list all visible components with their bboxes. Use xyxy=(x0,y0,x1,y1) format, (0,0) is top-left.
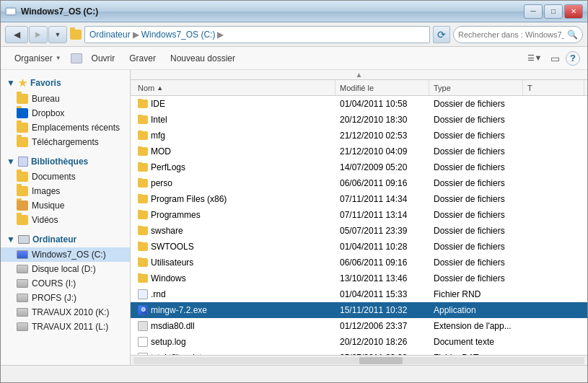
sidebar-section-favoris[interactable]: ▼ ★ Favoris xyxy=(1,74,130,92)
view-list-button[interactable]: ☰▼ xyxy=(525,50,544,67)
sidebar-item-bureau[interactable]: Bureau xyxy=(1,92,130,106)
drive-icon xyxy=(17,294,28,302)
table-row[interactable]: Windows 13/10/2011 13:46 Dossier de fich… xyxy=(131,270,587,286)
table-row[interactable]: Utilisateurs 06/06/2011 09:16 Dossier de… xyxy=(131,255,587,270)
address-go-button[interactable]: ⟳ xyxy=(433,26,450,43)
minimize-button[interactable]: ─ xyxy=(524,4,543,19)
file-name: msdia80.dll xyxy=(133,321,335,331)
file-type: Application xyxy=(429,305,523,315)
path-ordinateur[interactable]: Ordinateur xyxy=(89,30,131,40)
file-list[interactable]: IDE 01/04/2011 10:58 Dossier de fichiers… xyxy=(131,96,587,355)
search-icon: 🔍 xyxy=(567,30,578,40)
sidebar-item-telechargements[interactable]: Téléchargements xyxy=(1,135,130,149)
table-row[interactable]: PerfLogs 14/07/2009 05:20 Dossier de fic… xyxy=(131,159,587,175)
h-scrollbar[interactable] xyxy=(131,355,587,365)
file-name: Programmes xyxy=(133,210,335,220)
file-modifie: 21/12/2010 02:53 xyxy=(335,131,429,141)
help-button[interactable]: ? xyxy=(566,51,580,66)
images-label: Images xyxy=(32,186,60,196)
toolbar: Organiser ▼ Ouvrir Graver Nouveau dossie… xyxy=(1,47,587,70)
sidebar-item-dropbox[interactable]: Dropbox xyxy=(1,106,130,120)
path-windows7-os[interactable]: Windows7_OS (C:) xyxy=(141,30,216,40)
file-type: Dossier de fichiers xyxy=(429,146,523,157)
file-modifie: 06/06/2011 09:16 xyxy=(335,178,429,188)
nouveau-dossier-button[interactable]: Nouveau dossier xyxy=(164,50,242,67)
file-modifie: 01/04/2011 15:33 xyxy=(335,289,429,299)
col-header-type[interactable]: Type xyxy=(429,80,523,95)
graver-button[interactable]: Graver xyxy=(123,50,162,67)
folder-icon xyxy=(138,274,148,283)
table-row[interactable]: Programmes 07/11/2011 13:14 Dossier de f… xyxy=(131,207,587,223)
table-row[interactable]: tvtpktfilter.dat 05/07/2011 23:39 Fichie… xyxy=(131,350,587,355)
scroll-up-btn[interactable]: ▲ xyxy=(131,70,587,80)
sidebar-item-documents[interactable]: Documents xyxy=(1,170,130,184)
file-modifie: 01/12/2006 23:37 xyxy=(335,321,429,331)
sidebar-item-profs[interactable]: PROFS (J:) xyxy=(1,291,130,305)
svg-rect-2 xyxy=(6,14,16,15)
back-button[interactable]: ◀ xyxy=(5,26,28,43)
file-modifie: 06/06/2011 09:16 xyxy=(335,257,429,268)
table-row[interactable]: msdia80.dll 01/12/2006 23:37 Extension d… xyxy=(131,318,587,334)
organiser-arrow: ▼ xyxy=(56,55,61,61)
maximize-button[interactable]: □ xyxy=(544,4,563,19)
sidebar-item-musique[interactable]: Musique xyxy=(1,198,130,213)
table-row[interactable]: Intel 20/12/2010 18:30 Dossier de fichie… xyxy=(131,112,587,128)
table-row[interactable]: ⚙ mingw-7.2.exe 15/11/2011 10:32 Applica… xyxy=(131,302,587,318)
file-name: Utilisateurs xyxy=(133,257,335,268)
sidebar: ▼ ★ Favoris Bureau Dropbox Emplacements … xyxy=(1,70,131,365)
file-name: Program Files (x86) xyxy=(133,194,335,204)
sidebar-item-travaux-2010[interactable]: TRAVAUX 2010 (K:) xyxy=(1,305,130,320)
col-header-nom[interactable]: Nom ▲ xyxy=(133,80,335,95)
folder-icon xyxy=(138,211,148,219)
sidebar-section-bibliotheques[interactable]: ▼ Bibliothèques xyxy=(1,154,130,170)
ouvrir-button[interactable]: Ouvrir xyxy=(85,50,122,67)
windows7-os-label: Windows7_OS (C:) xyxy=(32,250,106,260)
table-row[interactable]: setup.log 20/12/2010 18:26 Document text… xyxy=(131,334,587,350)
file-name: PerfLogs xyxy=(133,162,335,172)
table-row[interactable]: swshare 05/07/2011 23:39 Dossier de fich… xyxy=(131,223,587,239)
search-input[interactable] xyxy=(458,30,564,39)
search-box[interactable]: 🔍 xyxy=(453,26,583,43)
sidebar-item-windows7-os[interactable]: Windows7_OS (C:) xyxy=(1,247,130,262)
address-bar: ◀ ▶ ▼ Ordinateur ▶ Windows7_OS (C:) ▶ ⟳ … xyxy=(1,22,587,47)
col-header-modifie[interactable]: Modifié le xyxy=(335,80,429,95)
view-pane-button[interactable]: ▭ xyxy=(545,50,564,67)
table-row[interactable]: IDE 01/04/2011 10:58 Dossier de fichiers xyxy=(131,96,587,112)
sidebar-item-travaux-2011[interactable]: TRAVAUX 2011 (L:) xyxy=(1,320,130,334)
file-type: Dossier de fichiers xyxy=(429,194,523,204)
window-title: Windows7_OS (C:) xyxy=(21,6,524,17)
table-row[interactable]: Program Files (x86) 07/11/2011 14:34 Dos… xyxy=(131,191,587,207)
up-arrow-button[interactable]: ▼ xyxy=(48,26,67,43)
main-content: ▼ ★ Favoris Bureau Dropbox Emplacements … xyxy=(1,70,587,365)
sidebar-item-disque-local[interactable]: Disque local (D:) xyxy=(1,262,130,276)
videos-label: Vidéos xyxy=(32,215,58,225)
window-controls: ─ □ ✕ xyxy=(524,4,583,19)
file-type: Dossier de fichiers xyxy=(429,257,523,268)
folder-icon xyxy=(17,215,28,225)
disque-local-label: Disque local (D:) xyxy=(32,264,96,274)
sidebar-item-emplacements-recents[interactable]: Emplacements récents xyxy=(1,120,130,135)
file-name: setup.log xyxy=(133,337,335,347)
file-modifie: 13/10/2011 13:46 xyxy=(335,273,429,283)
organiser-button[interactable]: Organiser ▼ xyxy=(8,50,68,67)
table-row[interactable]: mfg 21/12/2010 02:53 Dossier de fichiers xyxy=(131,128,587,144)
folder-icon xyxy=(17,123,28,133)
table-row[interactable]: perso 06/06/2011 09:16 Dossier de fichie… xyxy=(131,175,587,191)
close-button[interactable]: ✕ xyxy=(564,4,583,19)
table-row[interactable]: .rnd 01/04/2011 15:33 Fichier RND xyxy=(131,286,587,302)
table-row[interactable]: MOD 21/12/2010 04:09 Dossier de fichiers xyxy=(131,144,587,159)
sort-arrow: ▲ xyxy=(157,84,163,92)
favoris-arrow: ▼ xyxy=(6,78,15,88)
address-path[interactable]: Ordinateur ▶ Windows7_OS (C:) ▶ xyxy=(84,26,430,43)
sidebar-section-ordinateur[interactable]: ▼ Ordinateur xyxy=(1,232,130,247)
sidebar-item-videos[interactable]: Vidéos xyxy=(1,213,130,227)
col-header-taille[interactable]: T xyxy=(523,80,584,95)
sidebar-item-images[interactable]: Images xyxy=(1,184,130,198)
sidebar-item-cours[interactable]: COURS (I:) xyxy=(1,276,130,291)
folder-icon xyxy=(138,131,148,140)
profs-label: PROFS (J:) xyxy=(32,293,76,303)
table-row[interactable]: SWTOOLS 01/04/2011 10:28 Dossier de fich… xyxy=(131,239,587,255)
folder-icon xyxy=(138,226,148,235)
forward-button[interactable]: ▶ xyxy=(29,26,48,43)
folder-icon xyxy=(17,108,28,118)
